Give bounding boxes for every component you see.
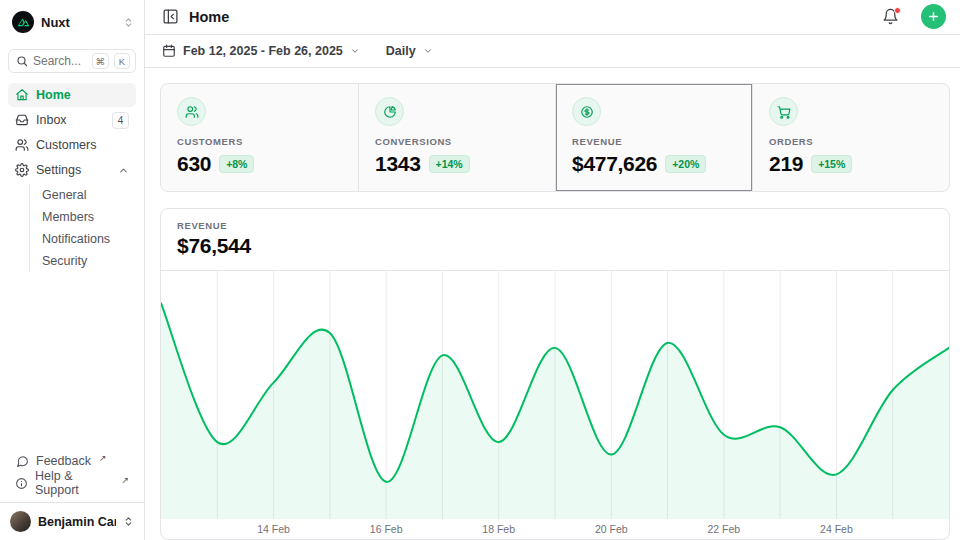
sidebar-subitem-notifications[interactable]: Notifications	[42, 228, 136, 250]
stat-delta-badge: +20%	[665, 155, 706, 173]
plus-icon	[927, 10, 940, 23]
chevron-down-icon	[423, 46, 433, 56]
x-axis-label: 14 Feb	[257, 523, 290, 535]
chevron-up-icon	[118, 165, 129, 176]
sidebar-item-settings[interactable]: Settings	[8, 158, 136, 182]
sidebar-item-label: Customers	[36, 138, 129, 152]
stat-card-orders[interactable]: ORDERS 219 +15%	[752, 84, 949, 191]
users-icon	[15, 138, 29, 152]
search-field[interactable]	[33, 54, 87, 68]
help-support-link[interactable]: Help & Support ↗	[8, 472, 136, 494]
feedback-label: Feedback	[36, 454, 91, 468]
revenue-chart-card: REVENUE $76,544 14 Feb16 Feb18 Feb20 Feb…	[160, 208, 950, 540]
dollar-circle-icon	[572, 97, 601, 126]
message-bubble-icon	[15, 455, 29, 468]
inbox-count-badge: 4	[112, 112, 129, 129]
date-range-label: Feb 12, 2025 - Feb 26, 2025	[183, 44, 343, 58]
user-name: Benjamin Canac	[38, 515, 116, 529]
revenue-area-chart[interactable]	[161, 271, 949, 519]
dashboard-app: Nuxt ⌘ K Home Inb	[0, 0, 960, 540]
page-title: Home	[189, 9, 229, 25]
period-select[interactable]: Daily	[386, 44, 433, 58]
chart-pie-icon	[375, 97, 404, 126]
add-button[interactable]	[921, 4, 946, 29]
nuxt-logo-icon	[12, 11, 34, 33]
kbd-meta: ⌘	[92, 53, 110, 69]
sidebar-item-label: Home	[36, 88, 129, 102]
x-axis-label: 20 Feb	[595, 523, 628, 535]
stat-label: CONVERSIONS	[375, 136, 539, 147]
x-axis: 14 Feb16 Feb18 Feb20 Feb22 Feb24 Feb	[161, 519, 949, 539]
workspace-name: Nuxt	[41, 15, 116, 30]
collapse-sidebar-icon[interactable]	[162, 8, 179, 25]
help-support-label: Help & Support	[35, 469, 113, 497]
sidebar-subitem-members[interactable]: Members	[42, 206, 136, 228]
chevron-down-icon	[350, 46, 360, 56]
stat-value: 630	[177, 152, 211, 176]
notification-dot	[894, 7, 901, 14]
users-icon	[177, 97, 206, 126]
stats-row: CUSTOMERS 630 +8% CONVERSIONS 1343 +14%	[160, 83, 950, 192]
content: CUSTOMERS 630 +8% CONVERSIONS 1343 +14%	[145, 68, 960, 540]
sidebar-item-label: Settings	[36, 163, 111, 177]
settings-subnav: General Members Notifications Security	[29, 184, 136, 272]
chart-header: REVENUE $76,544	[161, 209, 949, 271]
stat-value: 219	[769, 152, 803, 176]
stat-label: REVENUE	[572, 136, 736, 147]
search-input[interactable]: ⌘ K	[8, 49, 136, 73]
chevron-up-down-icon	[123, 17, 134, 28]
avatar	[10, 511, 31, 532]
sidebar-item-inbox[interactable]: Inbox 4	[8, 108, 136, 132]
chart-value: $76,544	[177, 234, 933, 258]
chevron-up-down-icon	[123, 516, 134, 527]
x-axis-label: 24 Feb	[820, 523, 853, 535]
filters-toolbar: Feb 12, 2025 - Feb 26, 2025 Daily	[145, 35, 960, 68]
external-link-icon: ↗	[121, 472, 129, 485]
chart-svg	[161, 271, 949, 519]
stat-value: $477,626	[572, 152, 657, 176]
chart-label: REVENUE	[177, 220, 933, 231]
gear-icon	[15, 163, 29, 177]
x-axis-label: 16 Feb	[370, 523, 403, 535]
sidebar-footer-links: Feedback ↗ Help & Support ↗	[0, 450, 144, 502]
x-axis-label: 18 Feb	[482, 523, 515, 535]
sidebar-item-customers[interactable]: Customers	[8, 133, 136, 157]
sidebar-subitem-security[interactable]: Security	[42, 250, 136, 272]
date-range-picker[interactable]: Feb 12, 2025 - Feb 26, 2025	[162, 44, 360, 58]
sidebar-item-home[interactable]: Home	[8, 83, 136, 107]
stat-delta-badge: +15%	[811, 155, 852, 173]
stat-delta-badge: +14%	[429, 155, 470, 173]
inbox-icon	[15, 113, 29, 127]
shopping-cart-icon	[769, 97, 798, 126]
info-circle-icon	[15, 477, 28, 490]
x-axis-label: 22 Feb	[707, 523, 740, 535]
home-icon	[15, 88, 29, 102]
stat-card-customers[interactable]: CUSTOMERS 630 +8%	[161, 84, 358, 191]
sidebar: Nuxt ⌘ K Home Inb	[0, 0, 145, 540]
notifications-button[interactable]	[882, 8, 899, 25]
search-icon	[16, 55, 28, 67]
page-header: Home	[145, 0, 960, 35]
external-link-icon: ↗	[99, 450, 107, 463]
period-label: Daily	[386, 44, 416, 58]
calendar-icon	[162, 44, 176, 58]
sidebar-nav: Home Inbox 4 Customers Settings	[0, 83, 144, 272]
stat-label: ORDERS	[769, 136, 933, 147]
stat-delta-badge: +8%	[219, 155, 254, 173]
stat-label: CUSTOMERS	[177, 136, 342, 147]
sidebar-spacer	[0, 272, 144, 450]
stat-value: 1343	[375, 152, 421, 176]
stat-card-conversions[interactable]: CONVERSIONS 1343 +14%	[358, 84, 555, 191]
main-panel: Home Feb 12, 2025 - Feb 26, 2025	[145, 0, 960, 540]
sidebar-subitem-general[interactable]: General	[42, 184, 136, 206]
stat-card-revenue[interactable]: REVENUE $477,626 +20%	[555, 84, 752, 191]
kbd-k: K	[114, 53, 130, 69]
user-menu[interactable]: Benjamin Canac	[0, 502, 144, 540]
workspace-switcher[interactable]: Nuxt	[0, 0, 144, 41]
sidebar-item-label: Inbox	[36, 113, 105, 127]
